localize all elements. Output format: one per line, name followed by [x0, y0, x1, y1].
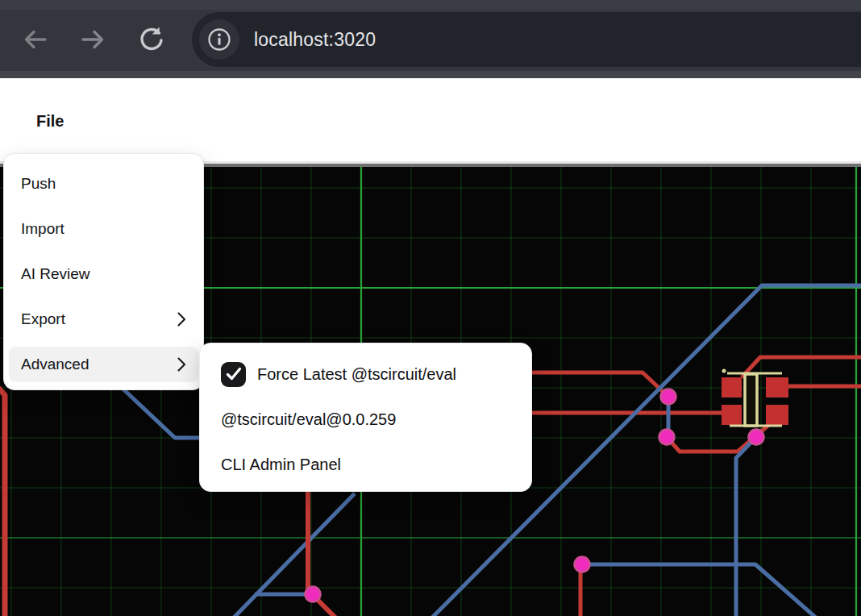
- menu-item-advanced[interactable]: Advanced: [9, 347, 198, 382]
- menu-item-import[interactable]: Import: [9, 211, 198, 247]
- checkbox-checked[interactable]: [221, 362, 246, 387]
- reload-button[interactable]: [135, 23, 168, 56]
- submenu-item-cli-admin-panel[interactable]: CLI Admin Panel: [208, 447, 523, 482]
- submenu-item-eval-version[interactable]: @tscircuit/eval@0.0.259: [208, 402, 523, 437]
- browser-tabstrip-edge: [0, 0, 861, 10]
- info-icon: [206, 27, 232, 52]
- file-menu-button[interactable]: File: [33, 110, 67, 132]
- menu-item-export[interactable]: Export: [9, 302, 198, 337]
- chevron-right-icon: [177, 312, 186, 327]
- menu-item-label: Import: [21, 220, 64, 238]
- submenu-item-label: Force Latest @tscircuit/eval: [257, 365, 456, 384]
- url-bar[interactable]: localhost:3020: [192, 12, 861, 67]
- url-address[interactable]: localhost:3020: [254, 12, 376, 67]
- submenu-item-label: @tscircuit/eval@0.0.259: [221, 410, 396, 429]
- chevron-right-icon: [177, 357, 186, 372]
- forward-arrow-icon: [77, 24, 108, 55]
- menu-item-label: Advanced: [21, 356, 89, 373]
- menu-item-label: Push: [21, 175, 56, 193]
- menu-item-ai-review[interactable]: AI Review: [9, 256, 198, 292]
- toolbar-bottom-edge: [0, 71, 861, 78]
- site-info-button[interactable]: [199, 19, 239, 60]
- menu-item-push[interactable]: Push: [9, 166, 198, 202]
- browser-toolbar: localhost:3020: [0, 0, 861, 78]
- file-dropdown-menu: Push Import AI Review Export Advanced: [3, 153, 204, 390]
- back-button[interactable]: [19, 23, 52, 56]
- reload-icon: [135, 23, 168, 56]
- forward-button[interactable]: [77, 23, 109, 56]
- menu-item-label: AI Review: [21, 265, 90, 283]
- submenu-item-force-latest-eval[interactable]: Force Latest @tscircuit/eval: [208, 356, 523, 392]
- back-arrow-icon: [20, 24, 51, 55]
- advanced-submenu: Force Latest @tscircuit/eval @tscircuit/…: [199, 343, 532, 492]
- submenu-item-label: CLI Admin Panel: [221, 456, 341, 474]
- checkmark-icon: [223, 364, 244, 385]
- menu-item-label: Export: [21, 310, 65, 328]
